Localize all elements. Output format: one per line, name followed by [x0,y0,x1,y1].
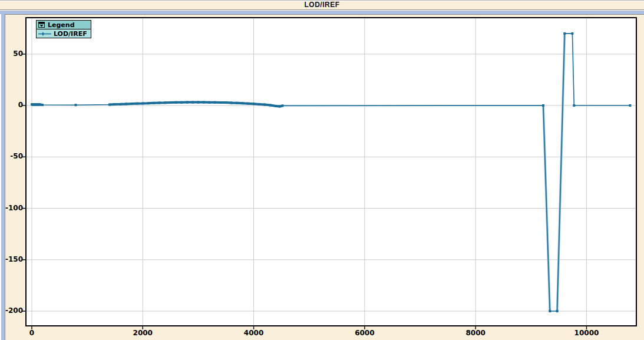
data-point-marker [236,102,238,104]
x-axis-tick-label: 2000 [122,329,163,337]
y-axis-tick-label: -100 [0,204,23,212]
data-point-marker [282,104,284,107]
data-point-marker [214,101,216,104]
x-axis-tick-label: 4000 [233,329,275,337]
data-point-marker [175,101,177,104]
data-point-marker [542,104,544,107]
data-point-marker [258,103,260,105]
data-point-marker [279,105,281,108]
data-point-marker [120,103,122,105]
legend-item-label: LOD/IREF [54,30,87,38]
data-point-marker [108,104,111,106]
data-point-marker [208,101,210,104]
data-point-marker [563,32,566,35]
data-point-marker [136,103,138,105]
data-point-marker [571,32,573,35]
x-axis-tick-label: 8000 [455,329,496,337]
data-point-marker [556,310,559,312]
data-point-marker [573,104,575,107]
data-point-marker [203,101,205,104]
data-point-marker [186,101,189,104]
data-point-marker [141,103,144,105]
series-line-icon [38,31,51,37]
legend-item-lod-iref[interactable]: LOD/IREF [37,29,91,38]
data-point-marker [153,102,155,104]
data-point-marker [247,103,249,105]
data-point-marker [253,103,255,105]
legend-box: Legend LOD/IREF [36,20,91,38]
x-axis-tick-label: 0 [11,329,52,337]
y-axis-tick-label: 50 [0,49,23,58]
x-axis-tick-label: 10000 [566,329,607,337]
data-point-marker [164,101,166,104]
data-point-marker [38,103,41,105]
y-axis-tick-label: -150 [0,255,23,263]
app-window: LOD/IREF 500-50-100-150-2000200040006000… [0,0,644,340]
data-point-marker [225,101,227,104]
legend-header[interactable]: Legend [37,21,91,29]
data-point-marker [125,103,127,105]
data-point-marker [147,102,150,104]
data-point-marker [191,101,194,104]
data-point-marker [41,104,44,106]
data-point-marker [114,103,116,105]
data-point-marker [549,310,551,312]
data-point-marker [263,104,266,106]
y-axis-tick-label: 0 [0,101,23,109]
data-point-marker [130,103,133,105]
data-point-marker [158,102,161,104]
data-point-marker [269,104,272,107]
data-point-marker [180,101,183,104]
data-point-marker [230,102,233,104]
data-point-marker [219,101,222,104]
legend-title: Legend [48,21,75,29]
data-point-marker [169,101,171,104]
data-point-marker [242,102,244,104]
y-axis-tick-label: -200 [0,306,23,315]
x-axis-tick-label: 6000 [344,329,385,337]
data-point-marker [629,104,631,107]
data-point-marker [74,104,77,106]
data-point-marker [197,101,199,104]
legend-collapse-icon [38,22,45,28]
data-point-marker [275,105,277,107]
y-axis-tick-label: -50 [0,152,23,160]
plot-area[interactable] [0,0,644,340]
